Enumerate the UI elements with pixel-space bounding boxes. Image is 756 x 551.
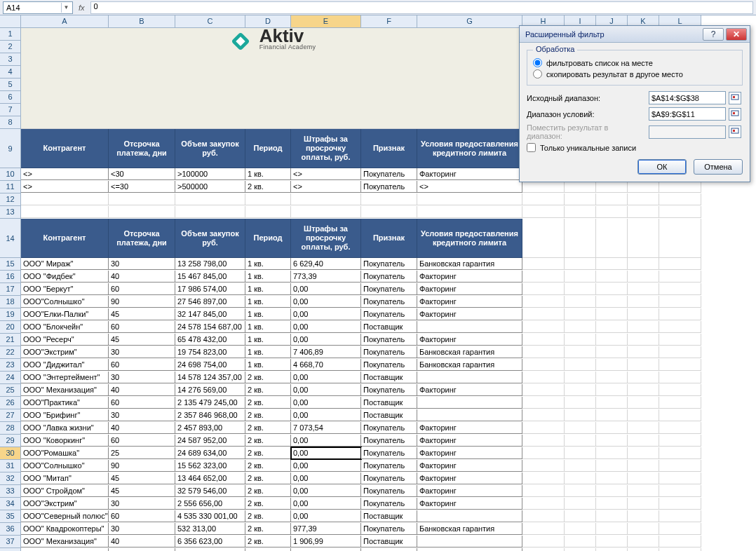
cell-empty[interactable] [628, 372, 659, 383]
cell-empty[interactable] [659, 472, 701, 484]
data-cell[interactable]: ООО "Брифинг" [21, 409, 109, 421]
data-cell[interactable]: 60 [109, 548, 175, 551]
unique-records-checkbox[interactable] [527, 143, 536, 152]
data-cell[interactable]: Факторинг [417, 460, 522, 472]
row-header-17[interactable]: 17 [0, 283, 21, 296]
cell-empty[interactable] [522, 346, 565, 358]
data-cell[interactable]: Факторинг [417, 422, 522, 434]
cell-empty[interactable] [628, 510, 659, 522]
data-cell[interactable]: Покупатель [361, 435, 417, 447]
data-cell[interactable]: 0,00 [291, 321, 361, 333]
row-header-19[interactable]: 19 [0, 308, 21, 321]
cell-empty[interactable] [628, 523, 659, 535]
data-cell[interactable]: 15 467 845,00 [175, 271, 245, 283]
data-cell[interactable]: 60 [109, 510, 175, 522]
cell-empty[interactable] [628, 258, 659, 270]
cell-empty[interactable] [565, 523, 596, 535]
data-cell[interactable]: 2 кв. [245, 498, 291, 510]
cell-empty[interactable] [596, 384, 628, 396]
data-cell[interactable]: 1 кв. [245, 296, 291, 308]
cell-empty[interactable] [659, 334, 701, 346]
column-header-F[interactable]: F [361, 15, 417, 28]
criteria-header[interactable]: Отсрочка платежа, дни [109, 129, 175, 168]
cell-empty[interactable] [21, 206, 109, 218]
cell-empty[interactable] [21, 193, 109, 205]
cell-empty[interactable] [175, 193, 245, 205]
formula-input[interactable]: 0 [90, 1, 753, 14]
cell-empty[interactable] [417, 193, 522, 205]
data-cell[interactable]: Банковская гарантия [417, 359, 522, 371]
data-cell[interactable]: Факторинг [417, 447, 522, 459]
cell-empty[interactable] [565, 206, 596, 218]
cell-empty[interactable] [596, 523, 628, 535]
cell-empty[interactable] [659, 181, 701, 193]
cell-empty[interactable] [565, 447, 596, 459]
data-header[interactable]: Контрагент [21, 219, 109, 258]
data-cell[interactable]: 2 кв. [245, 523, 291, 535]
cell-empty[interactable] [522, 334, 565, 346]
cell-empty[interactable] [659, 384, 701, 396]
data-cell[interactable]: Факторинг [417, 283, 522, 295]
cell-empty[interactable] [565, 472, 596, 484]
data-cell[interactable]: 30 [109, 372, 175, 383]
data-cell[interactable]: 6 629,40 [291, 258, 361, 270]
data-cell[interactable]: 4 668,70 [291, 359, 361, 371]
cell-empty[interactable] [522, 460, 565, 472]
cell-empty[interactable] [565, 485, 596, 497]
data-cell[interactable]: 2 357 846 968,00 [175, 409, 245, 421]
column-header-G[interactable]: G [417, 15, 522, 28]
cell-empty[interactable] [522, 359, 565, 371]
row-header-8[interactable]: 8 [0, 116, 21, 129]
row-header-14[interactable]: 14 [0, 219, 21, 258]
row-header-35[interactable]: 35 [0, 510, 21, 523]
data-cell[interactable]: ООО" Механизация" [21, 384, 109, 396]
cell-empty[interactable] [565, 308, 596, 320]
cell-empty[interactable] [628, 308, 659, 320]
radio-filter-inplace[interactable]: фильтровать список на месте [533, 58, 736, 67]
row-header-18[interactable]: 18 [0, 296, 21, 308]
data-cell[interactable]: ООО"Практика" [21, 397, 109, 409]
row-header-27[interactable]: 27 [0, 409, 21, 422]
cell-empty[interactable] [522, 258, 565, 270]
data-cell[interactable]: Банковская гарантия [417, 523, 522, 535]
data-cell[interactable]: ООО "Энтертеймент" [21, 372, 109, 383]
radio-copy-input[interactable] [533, 69, 542, 79]
column-header-A[interactable]: A [21, 15, 109, 28]
data-cell[interactable] [417, 397, 522, 409]
cell-empty[interactable] [522, 372, 565, 383]
data-cell[interactable]: 30 [109, 346, 175, 358]
row-header-30[interactable]: 30 [0, 447, 21, 460]
cell-empty[interactable] [628, 384, 659, 396]
criteria-cell[interactable]: <> [21, 168, 109, 180]
cell-empty[interactable] [522, 472, 565, 484]
data-cell[interactable]: ООО" Квадрокоптеры" [21, 523, 109, 535]
cell-empty[interactable] [565, 536, 596, 547]
data-cell[interactable]: 1 кв. [245, 271, 291, 283]
cell-empty[interactable] [628, 219, 659, 258]
data-cell[interactable]: 0,00 [291, 472, 361, 484]
criteria-cell[interactable]: <=30 [109, 181, 175, 193]
row-header-2[interactable]: 2 [0, 41, 21, 53]
cell-empty[interactable] [596, 359, 628, 371]
cell-empty[interactable] [659, 372, 701, 383]
cell-empty[interactable] [565, 219, 596, 258]
cell-empty[interactable] [109, 193, 175, 205]
data-cell[interactable]: 60 [109, 283, 175, 295]
data-cell[interactable]: ООО"Практика" [21, 548, 109, 551]
cell-empty[interactable] [628, 447, 659, 459]
data-cell[interactable]: 2 кв. [245, 384, 291, 396]
data-cell[interactable]: 0,00 [291, 296, 361, 308]
data-cell[interactable]: Факторинг [417, 548, 522, 551]
row-header-24[interactable]: 24 [0, 372, 21, 384]
data-cell[interactable]: 60 [109, 435, 175, 447]
cell-empty[interactable] [522, 422, 565, 434]
cell-empty[interactable] [659, 193, 701, 205]
cell-empty[interactable] [628, 346, 659, 358]
data-cell[interactable]: Покупатель [361, 523, 417, 535]
cell-empty[interactable] [565, 372, 596, 383]
criteria-header[interactable]: Период [245, 129, 291, 168]
cell-empty[interactable] [522, 498, 565, 510]
cell-empty[interactable] [522, 181, 565, 193]
cell-empty[interactable] [361, 206, 417, 218]
data-cell[interactable]: ООО"Экстрим" [21, 346, 109, 358]
